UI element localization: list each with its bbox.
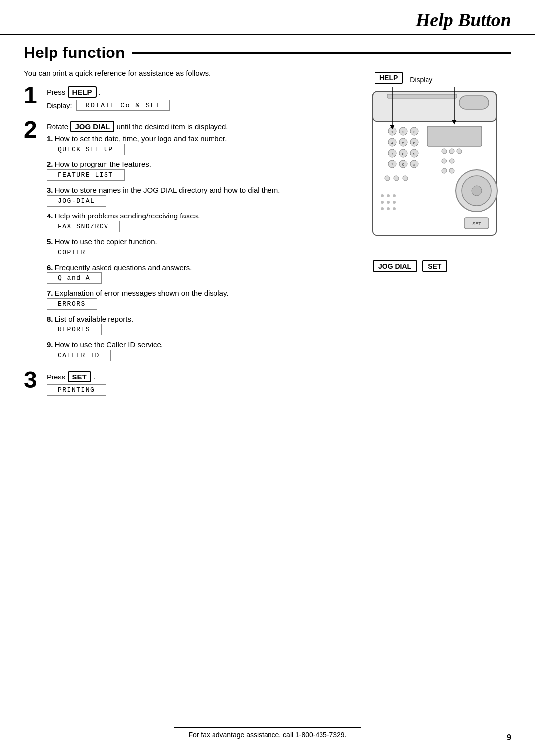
step3-display-wrapper: PRINTING bbox=[47, 384, 358, 396]
item3-text: 3. How to store names in the JOG DIAL di… bbox=[47, 186, 358, 194]
item7-block: 7. Explanation of error messages shown o… bbox=[47, 289, 358, 310]
item8-display: REPORTS bbox=[47, 324, 102, 335]
svg-rect-2 bbox=[387, 94, 457, 98]
item5-display-wrapper: COPIER bbox=[47, 247, 358, 258]
diagram-top-labels: HELP Display bbox=[374, 72, 432, 84]
fax-diagram: HELP Display 1 bbox=[368, 72, 511, 272]
diagram-jog-dial-label: JOG DIAL bbox=[373, 260, 417, 272]
step2-content: Rotate JOG DIAL until the desired item i… bbox=[47, 121, 358, 366]
item5-text: 5. How to use the copier function. bbox=[47, 237, 358, 246]
step1-number: 1 bbox=[24, 83, 42, 107]
item1-display: QUICK SET UP bbox=[47, 144, 125, 155]
svg-text:SET: SET bbox=[472, 221, 481, 226]
step2-text: Rotate JOG DIAL until the desired item i… bbox=[47, 121, 358, 132]
svg-point-47 bbox=[387, 201, 390, 204]
svg-text:*: * bbox=[391, 162, 393, 167]
step1-text: Press HELP . bbox=[47, 86, 358, 98]
item8-text: 8. List of available reports. bbox=[47, 315, 358, 323]
item7-text: 7. Explanation of error messages shown o… bbox=[47, 289, 358, 297]
diagram-help-label: HELP bbox=[374, 72, 403, 84]
item4-display-wrapper: FAX SND/RCV bbox=[47, 221, 358, 232]
item2-text: 2. How to program the features. bbox=[47, 160, 358, 168]
main-content: You can print a quick reference for assi… bbox=[0, 67, 535, 401]
page-number: 9 bbox=[507, 733, 511, 742]
heading-line bbox=[132, 52, 511, 54]
help-button-label: HELP bbox=[68, 86, 97, 98]
item9-block: 9. How to use the Caller ID service. CAL… bbox=[47, 340, 358, 361]
svg-point-51 bbox=[393, 207, 396, 210]
svg-point-37 bbox=[403, 176, 408, 181]
item8-display-wrapper: REPORTS bbox=[47, 324, 358, 335]
svg-point-44 bbox=[387, 194, 390, 197]
item6-display: Q and A bbox=[47, 272, 102, 284]
svg-point-45 bbox=[393, 194, 396, 197]
diagram-display-label: Display bbox=[410, 76, 432, 84]
item2-display-wrapper: FEATURE LIST bbox=[47, 169, 358, 181]
section-heading: Help function bbox=[24, 44, 511, 62]
svg-point-49 bbox=[381, 207, 384, 210]
svg-rect-3 bbox=[427, 126, 482, 146]
svg-point-33 bbox=[442, 168, 447, 173]
svg-point-30 bbox=[457, 149, 462, 154]
item1-block: 1. How to set the date, time, your logo … bbox=[47, 134, 358, 155]
item3-block: 3. How to store names in the JOG DIAL di… bbox=[47, 186, 358, 207]
svg-text:9: 9 bbox=[413, 152, 416, 156]
svg-point-34 bbox=[449, 168, 454, 173]
item6-text: 6. Frequently asked questions and answer… bbox=[47, 263, 358, 271]
item4-block: 4. Help with problems sending/receiving … bbox=[47, 212, 358, 232]
diagram-set-label: SET bbox=[422, 260, 447, 272]
svg-point-36 bbox=[394, 176, 399, 181]
item2-display: FEATURE LIST bbox=[47, 169, 125, 181]
footer-text: For fax advantage assistance, call 1-800… bbox=[174, 727, 361, 742]
svg-text:8: 8 bbox=[402, 152, 405, 156]
step1-display-value: ROTATE Co & SET bbox=[76, 100, 170, 111]
item3-display-wrapper: JOG-DIAL bbox=[47, 195, 358, 207]
item1-display-wrapper: QUICK SET UP bbox=[47, 144, 358, 155]
svg-point-28 bbox=[442, 149, 447, 154]
step2-number: 2 bbox=[24, 118, 42, 142]
fax-machine-svg: 1 2 3 4 5 6 7 8 bbox=[368, 87, 506, 255]
step1-block: 1 Press HELP . Display: ROTATE Co & SET bbox=[24, 86, 358, 116]
svg-point-35 bbox=[385, 176, 390, 181]
svg-point-29 bbox=[449, 149, 454, 154]
section-title: Help function bbox=[24, 44, 125, 62]
left-column: You can print a quick reference for assi… bbox=[24, 67, 358, 401]
set-button-label: SET bbox=[68, 371, 91, 382]
intro-text: You can print a quick reference for assi… bbox=[24, 69, 358, 77]
step1-display-row: Display: ROTATE Co & SET bbox=[47, 100, 358, 111]
item4-display: FAX SND/RCV bbox=[47, 221, 120, 232]
svg-text:7: 7 bbox=[391, 152, 394, 156]
svg-text:2: 2 bbox=[402, 130, 405, 134]
svg-text:6: 6 bbox=[413, 141, 416, 145]
svg-point-32 bbox=[449, 159, 454, 163]
item8-block: 8. List of available reports. REPORTS bbox=[47, 315, 358, 335]
item5-display: COPIER bbox=[47, 247, 97, 258]
item2-block: 2. How to program the features. FEATURE … bbox=[47, 160, 358, 181]
step3-number: 3 bbox=[24, 368, 42, 392]
item5-block: 5. How to use the copier function. COPIE… bbox=[47, 237, 358, 258]
step1-content: Press HELP . Display: ROTATE Co & SET bbox=[47, 86, 358, 116]
page-header: Help Button bbox=[0, 0, 535, 35]
display-label: Display: bbox=[47, 102, 72, 109]
item6-block: 6. Frequently asked questions and answer… bbox=[47, 263, 358, 284]
page-footer: For fax advantage assistance, call 1-800… bbox=[0, 727, 535, 742]
svg-text:#: # bbox=[413, 162, 416, 167]
step3-content: Press SET . PRINTING bbox=[47, 371, 358, 401]
step2-block: 2 Rotate JOG DIAL until the desired item… bbox=[24, 121, 358, 366]
svg-text:1: 1 bbox=[391, 130, 394, 134]
svg-text:5: 5 bbox=[402, 141, 405, 145]
svg-point-40 bbox=[472, 186, 482, 196]
svg-text:0: 0 bbox=[402, 162, 405, 167]
svg-point-46 bbox=[381, 201, 384, 204]
item7-display-wrapper: ERRORS bbox=[47, 298, 358, 310]
svg-point-50 bbox=[387, 207, 390, 210]
item1-text: 1. How to set the date, time, your logo … bbox=[47, 134, 358, 143]
fax-machine-image: 1 2 3 4 5 6 7 8 bbox=[368, 87, 506, 257]
item7-display: ERRORS bbox=[47, 298, 97, 310]
svg-point-43 bbox=[381, 194, 384, 197]
svg-rect-52 bbox=[459, 96, 489, 109]
item3-display: JOG-DIAL bbox=[47, 195, 106, 207]
svg-text:4: 4 bbox=[391, 141, 394, 145]
right-column: HELP Display 1 bbox=[368, 67, 511, 401]
page-title: Help Button bbox=[416, 9, 511, 30]
